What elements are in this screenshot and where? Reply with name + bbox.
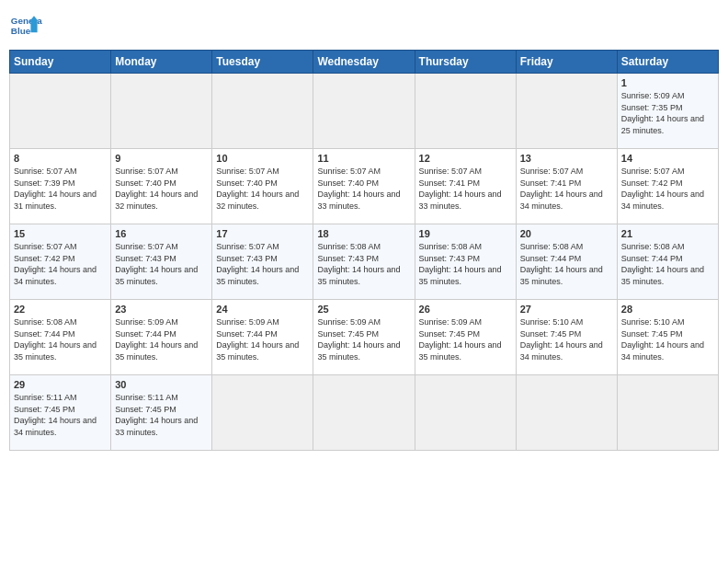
day-info: Sunrise: 5:07 AMSunset: 7:43 PMDaylight:… xyxy=(115,242,198,286)
day-info: Sunrise: 5:08 AMSunset: 7:43 PMDaylight:… xyxy=(419,242,502,286)
day-info: Sunrise: 5:09 AMSunset: 7:45 PMDaylight:… xyxy=(317,317,400,362)
calendar-cell: 12Sunrise: 5:07 AMSunset: 7:41 PMDayligh… xyxy=(415,149,516,224)
weekday-header-wednesday: Wednesday xyxy=(313,51,415,74)
day-number: 23 xyxy=(115,304,208,315)
day-number: 16 xyxy=(115,228,208,239)
calendar-cell: 30Sunrise: 5:11 AMSunset: 7:45 PMDayligh… xyxy=(111,375,212,451)
weekday-header-thursday: Thursday xyxy=(415,51,516,74)
calendar-cell xyxy=(516,74,617,149)
calendar-cell: 25Sunrise: 5:09 AMSunset: 7:45 PMDayligh… xyxy=(313,300,415,375)
calendar-cell xyxy=(111,74,212,149)
page-header: General Blue xyxy=(9,9,719,42)
day-info: Sunrise: 5:07 AMSunset: 7:40 PMDaylight:… xyxy=(216,167,299,211)
logo-icon: General Blue xyxy=(9,9,42,42)
calendar-cell xyxy=(212,74,313,149)
day-info: Sunrise: 5:07 AMSunset: 7:43 PMDaylight:… xyxy=(216,242,299,286)
day-number: 28 xyxy=(621,304,714,315)
weekday-header-friday: Friday xyxy=(516,51,617,74)
day-info: Sunrise: 5:09 AMSunset: 7:35 PMDaylight:… xyxy=(621,91,704,135)
weekday-header-sunday: Sunday xyxy=(10,51,111,74)
day-number: 19 xyxy=(419,228,512,239)
day-number: 10 xyxy=(216,153,309,164)
day-number: 25 xyxy=(317,304,410,315)
calendar-cell: 27Sunrise: 5:10 AMSunset: 7:45 PMDayligh… xyxy=(516,300,617,375)
calendar-cell: 17Sunrise: 5:07 AMSunset: 7:43 PMDayligh… xyxy=(212,224,313,300)
day-number: 8 xyxy=(14,153,107,164)
calendar-cell xyxy=(415,74,516,149)
day-number: 18 xyxy=(317,228,410,239)
day-info: Sunrise: 5:10 AMSunset: 7:45 PMDaylight:… xyxy=(621,317,704,362)
calendar-cell: 14Sunrise: 5:07 AMSunset: 7:42 PMDayligh… xyxy=(617,149,718,224)
day-info: Sunrise: 5:08 AMSunset: 7:44 PMDaylight:… xyxy=(14,317,97,362)
calendar-cell: 8Sunrise: 5:07 AMSunset: 7:39 PMDaylight… xyxy=(10,149,111,224)
calendar-cell xyxy=(10,74,111,149)
day-number: 26 xyxy=(419,304,512,315)
calendar-table: SundayMondayTuesdayWednesdayThursdayFrid… xyxy=(9,50,719,451)
day-info: Sunrise: 5:07 AMSunset: 7:41 PMDaylight:… xyxy=(419,167,502,211)
day-info: Sunrise: 5:11 AMSunset: 7:45 PMDaylight:… xyxy=(14,393,97,437)
day-number: 9 xyxy=(115,153,208,164)
calendar-cell: 18Sunrise: 5:08 AMSunset: 7:43 PMDayligh… xyxy=(313,224,415,300)
day-info: Sunrise: 5:11 AMSunset: 7:45 PMDaylight:… xyxy=(115,393,198,437)
calendar-cell xyxy=(313,375,415,451)
calendar-cell: 11Sunrise: 5:07 AMSunset: 7:40 PMDayligh… xyxy=(313,149,415,224)
day-info: Sunrise: 5:07 AMSunset: 7:42 PMDaylight:… xyxy=(621,167,704,211)
calendar-cell: 9Sunrise: 5:07 AMSunset: 7:40 PMDaylight… xyxy=(111,149,212,224)
day-number: 20 xyxy=(520,228,613,239)
calendar-cell: 23Sunrise: 5:09 AMSunset: 7:44 PMDayligh… xyxy=(111,300,212,375)
weekday-header-tuesday: Tuesday xyxy=(212,51,313,74)
day-info: Sunrise: 5:08 AMSunset: 7:44 PMDaylight:… xyxy=(621,242,704,286)
day-number: 11 xyxy=(317,153,410,164)
calendar-header: SundayMondayTuesdayWednesdayThursdayFrid… xyxy=(10,51,719,74)
calendar-cell: 28Sunrise: 5:10 AMSunset: 7:45 PMDayligh… xyxy=(617,300,718,375)
weekday-header-monday: Monday xyxy=(111,51,212,74)
calendar-cell: 26Sunrise: 5:09 AMSunset: 7:45 PMDayligh… xyxy=(415,300,516,375)
day-number: 22 xyxy=(14,304,107,315)
day-info: Sunrise: 5:07 AMSunset: 7:42 PMDaylight:… xyxy=(14,242,97,286)
calendar-cell: 16Sunrise: 5:07 AMSunset: 7:43 PMDayligh… xyxy=(111,224,212,300)
calendar-cell xyxy=(617,375,718,451)
calendar-cell: 21Sunrise: 5:08 AMSunset: 7:44 PMDayligh… xyxy=(617,224,718,300)
calendar-cell xyxy=(516,375,617,451)
day-number: 30 xyxy=(115,379,208,390)
calendar-cell: 22Sunrise: 5:08 AMSunset: 7:44 PMDayligh… xyxy=(10,300,111,375)
calendar-cell: 19Sunrise: 5:08 AMSunset: 7:43 PMDayligh… xyxy=(415,224,516,300)
calendar-cell: 20Sunrise: 5:08 AMSunset: 7:44 PMDayligh… xyxy=(516,224,617,300)
day-info: Sunrise: 5:07 AMSunset: 7:40 PMDaylight:… xyxy=(115,167,198,211)
day-number: 15 xyxy=(14,228,107,239)
calendar-cell: 24Sunrise: 5:09 AMSunset: 7:44 PMDayligh… xyxy=(212,300,313,375)
day-number: 24 xyxy=(216,304,309,315)
calendar-cell xyxy=(212,375,313,451)
weekday-header-saturday: Saturday xyxy=(617,51,718,74)
logo: General Blue xyxy=(9,9,42,42)
day-info: Sunrise: 5:07 AMSunset: 7:40 PMDaylight:… xyxy=(317,167,400,211)
day-info: Sunrise: 5:09 AMSunset: 7:44 PMDaylight:… xyxy=(216,317,299,362)
calendar-cell: 10Sunrise: 5:07 AMSunset: 7:40 PMDayligh… xyxy=(212,149,313,224)
day-info: Sunrise: 5:09 AMSunset: 7:45 PMDaylight:… xyxy=(419,317,502,362)
day-number: 1 xyxy=(621,77,714,88)
svg-text:Blue: Blue xyxy=(11,26,31,36)
day-number: 14 xyxy=(621,153,714,164)
day-number: 12 xyxy=(419,153,512,164)
day-info: Sunrise: 5:07 AMSunset: 7:39 PMDaylight:… xyxy=(14,167,97,211)
day-info: Sunrise: 5:08 AMSunset: 7:44 PMDaylight:… xyxy=(520,242,603,286)
calendar-cell: 29Sunrise: 5:11 AMSunset: 7:45 PMDayligh… xyxy=(10,375,111,451)
day-number: 17 xyxy=(216,228,309,239)
day-number: 21 xyxy=(621,228,714,239)
day-number: 29 xyxy=(14,379,107,390)
calendar-cell xyxy=(415,375,516,451)
day-info: Sunrise: 5:07 AMSunset: 7:41 PMDaylight:… xyxy=(520,167,603,211)
day-info: Sunrise: 5:10 AMSunset: 7:45 PMDaylight:… xyxy=(520,317,603,362)
day-number: 27 xyxy=(520,304,613,315)
calendar-cell xyxy=(313,74,415,149)
calendar-cell: 13Sunrise: 5:07 AMSunset: 7:41 PMDayligh… xyxy=(516,149,617,224)
calendar-cell: 15Sunrise: 5:07 AMSunset: 7:42 PMDayligh… xyxy=(10,224,111,300)
day-info: Sunrise: 5:09 AMSunset: 7:44 PMDaylight:… xyxy=(115,317,198,362)
calendar-cell: 1Sunrise: 5:09 AMSunset: 7:35 PMDaylight… xyxy=(617,74,718,149)
day-info: Sunrise: 5:08 AMSunset: 7:43 PMDaylight:… xyxy=(317,242,400,286)
day-number: 13 xyxy=(520,153,613,164)
